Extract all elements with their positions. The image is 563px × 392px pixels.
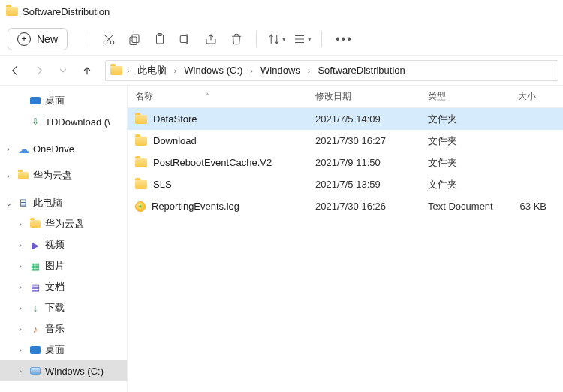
folder-icon	[29, 220, 42, 228]
cell-name: ✦ReportingEvents.log	[135, 201, 315, 212]
desktop-icon	[29, 97, 42, 104]
file-rows[interactable]: DataStore2021/7/5 14:09文件夹Download2021/7…	[128, 108, 563, 392]
sidebar-item[interactable]: ›▦图片	[0, 255, 127, 276]
sidebar-item[interactable]: ›华为云盘	[0, 165, 127, 186]
sidebar-item-label: TDDownload (\	[45, 116, 127, 128]
chevron-right-icon[interactable]: ›	[15, 282, 26, 291]
cut-icon[interactable]	[98, 29, 119, 50]
file-row[interactable]: PostRebootEventCache.V22021/7/9 11:50文件夹	[128, 152, 563, 173]
chevron-down-icon: ▾	[308, 35, 312, 43]
folder-icon	[135, 180, 147, 189]
chevron-down-icon[interactable]: ⌄	[3, 198, 14, 208]
new-button-label: New	[37, 33, 58, 45]
column-headers: 名称 ˄ 修改日期 类型 大小	[128, 86, 563, 108]
sidebar-item[interactable]: ›▶视频	[0, 234, 127, 255]
copy-icon[interactable]	[124, 29, 145, 50]
nav-row: › 此电脑 › Windows (C:) › Windows › Softwar…	[0, 56, 563, 86]
breadcrumb[interactable]: › 此电脑 › Windows (C:) › Windows › Softwar…	[105, 60, 558, 81]
sidebar-item[interactable]: ›☁OneDrive	[0, 138, 127, 159]
more-icon[interactable]: •••	[331, 32, 357, 46]
column-size[interactable]: 大小	[518, 90, 563, 103]
sidebar[interactable]: 桌面⇩TDDownload (\›☁OneDrive›华为云盘⌄🖥此电脑›华为云…	[0, 86, 128, 392]
rename-icon[interactable]	[175, 29, 196, 50]
log-file-icon: ✦	[135, 201, 146, 212]
file-name: PostRebootEventCache.V2	[153, 157, 272, 168]
sidebar-item-label: OneDrive	[33, 143, 127, 155]
chevron-right-icon[interactable]: ›	[15, 345, 26, 354]
chevron-right-icon[interactable]: ›	[125, 66, 131, 75]
dl-icon: ↓	[29, 303, 42, 313]
file-row[interactable]: SLS2021/7/5 13:59文件夹	[128, 173, 563, 195]
sort-asc-icon: ˄	[206, 92, 209, 101]
breadcrumb-seg[interactable]: 此电脑	[134, 62, 170, 79]
cell-date: 2021/7/5 13:59	[315, 179, 428, 190]
file-row[interactable]: DataStore2021/7/5 14:09文件夹	[128, 108, 563, 130]
new-button[interactable]: + New	[8, 28, 68, 50]
sidebar-item-label: Windows (C:)	[45, 366, 127, 377]
desktop-icon	[29, 346, 42, 354]
music-icon: ♪	[29, 324, 42, 334]
breadcrumb-seg[interactable]: Windows	[257, 63, 303, 77]
chevron-right-icon[interactable]: ›	[15, 219, 26, 228]
delete-icon[interactable]	[226, 29, 247, 50]
back-button[interactable]	[5, 60, 26, 81]
sidebar-item[interactable]: ›↓下载	[0, 297, 127, 318]
sort-icon[interactable]: ▾	[266, 29, 287, 50]
column-date[interactable]: 修改日期	[315, 90, 428, 103]
chevron-right-icon[interactable]: ›	[15, 240, 26, 249]
cell-type: 文件夹	[428, 156, 518, 170]
chevron-right-icon[interactable]: ›	[3, 171, 14, 180]
svg-rect-3	[130, 37, 137, 45]
forward-button[interactable]	[29, 60, 50, 81]
chevron-right-icon[interactable]: ›	[15, 261, 26, 270]
share-icon[interactable]	[200, 29, 221, 50]
sidebar-item[interactable]: ⌄🖥此电脑	[0, 192, 127, 213]
cell-date: 2021/7/30 16:27	[315, 135, 428, 146]
sidebar-item-label: 图片	[45, 259, 127, 273]
cell-size: 63 KB	[518, 201, 563, 212]
sidebar-item-label: 华为云盘	[33, 169, 127, 182]
toolbar-separator	[256, 31, 257, 47]
file-name: DataStore	[153, 113, 197, 125]
paste-icon[interactable]	[149, 29, 170, 50]
folder-icon	[135, 115, 147, 124]
up-button[interactable]	[77, 60, 98, 81]
recent-dropdown[interactable]	[53, 60, 74, 81]
file-name: SLS	[153, 179, 172, 190]
cell-type: Text Document	[428, 201, 518, 212]
sidebar-item[interactable]: 桌面	[0, 90, 127, 111]
cell-name: Download	[135, 135, 315, 146]
folder-icon	[135, 158, 147, 167]
chevron-right-icon[interactable]: ›	[15, 366, 26, 375]
column-type[interactable]: 类型	[428, 90, 518, 103]
video-icon: ▶	[29, 240, 42, 250]
file-row[interactable]: Download2021/7/30 16:27文件夹	[128, 130, 563, 152]
breadcrumb-seg[interactable]: Windows (C:)	[181, 63, 245, 77]
column-name[interactable]: 名称 ˄	[135, 90, 315, 103]
chevron-right-icon[interactable]: ›	[306, 66, 312, 75]
folder-icon	[6, 7, 18, 16]
chevron-right-icon[interactable]: ›	[15, 303, 26, 312]
breadcrumb-seg[interactable]: SoftwareDistribution	[315, 63, 408, 77]
chevron-right-icon[interactable]: ›	[15, 324, 26, 333]
svg-rect-6	[180, 35, 187, 42]
view-icon[interactable]: ▾	[291, 29, 312, 50]
sidebar-item[interactable]: ›桌面	[0, 339, 127, 360]
sidebar-item-label: 视频	[45, 238, 127, 252]
chevron-right-icon[interactable]: ›	[248, 66, 254, 75]
sidebar-item[interactable]: ⇩TDDownload (\	[0, 111, 127, 132]
sidebar-item-label: 桌面	[45, 343, 127, 357]
toolbar: + New ▾ ▾ •••	[0, 23, 563, 56]
sidebar-item[interactable]: ›▤文档	[0, 276, 127, 297]
file-name: ReportingEvents.log	[152, 201, 239, 212]
toolbar-separator	[321, 31, 322, 47]
sidebar-item[interactable]: ›♪音乐	[0, 318, 127, 339]
chevron-right-icon[interactable]: ›	[173, 66, 179, 75]
sidebar-item[interactable]: ›华为云盘	[0, 213, 127, 234]
chevron-right-icon[interactable]: ›	[3, 144, 14, 153]
sidebar-item-label: 桌面	[45, 94, 127, 107]
svg-rect-2	[132, 35, 139, 43]
cell-date: 2021/7/30 16:26	[315, 201, 428, 212]
file-row[interactable]: ✦ReportingEvents.log2021/7/30 16:26Text …	[128, 195, 563, 217]
sidebar-item[interactable]: ›Windows (C:)	[0, 360, 127, 381]
